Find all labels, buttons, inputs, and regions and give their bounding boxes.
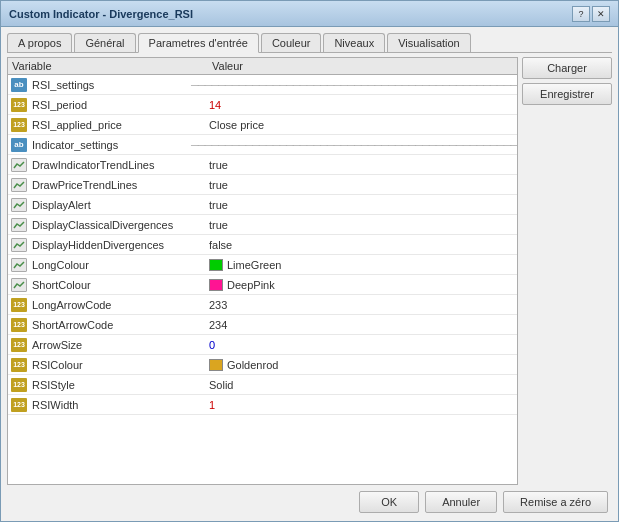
side-buttons: Charger Enregistrer	[522, 57, 612, 485]
row-variable-name: DisplayAlert	[30, 199, 205, 211]
row-variable-name: ArrowSize	[30, 339, 205, 351]
row-variable-name: DrawPriceTrendLines	[30, 179, 205, 191]
row-value: DeepPink	[205, 279, 517, 291]
table-row[interactable]: ShortColourDeepPink	[8, 275, 517, 295]
icon-rs: 123	[10, 117, 28, 133]
table-row[interactable]: DrawPriceTrendLinestrue	[8, 175, 517, 195]
color-label: DeepPink	[227, 279, 275, 291]
table-row[interactable]: 123RSI_applied_priceClose price	[8, 115, 517, 135]
bottom-bar: OK Annuler Remise a zéro	[7, 485, 612, 515]
row-value: 1	[205, 399, 517, 411]
tab-couleur[interactable]: Couleur	[261, 33, 322, 52]
table-row[interactable]: LongColourLimeGreen	[8, 255, 517, 275]
table-row[interactable]: abIndicator_settings────────────────────…	[8, 135, 517, 155]
row-variable-name: LongArrowCode	[30, 299, 205, 311]
color-swatch	[209, 259, 223, 271]
row-variable-name: DisplayHiddenDivergences	[30, 239, 205, 251]
title-bar: Custom Indicator - Divergence_RSI ? ✕	[1, 1, 618, 27]
icon-chart	[10, 257, 28, 273]
icon-chart	[10, 217, 28, 233]
color-label: LimeGreen	[227, 259, 281, 271]
row-value: 234	[205, 319, 517, 331]
table-row[interactable]: DisplayHiddenDivergencesfalse	[8, 235, 517, 255]
main-window: Custom Indicator - Divergence_RSI ? ✕ A …	[0, 0, 619, 522]
window-title: Custom Indicator - Divergence_RSI	[9, 8, 193, 20]
row-value: true	[205, 159, 517, 171]
icon-rs: 123	[10, 377, 28, 393]
tab-params[interactable]: Parametres d'entrée	[138, 33, 259, 53]
icon-rs: 123	[10, 397, 28, 413]
row-value: ────────────────────────────────────────…	[187, 139, 517, 151]
tab-niveaux[interactable]: Niveaux	[323, 33, 385, 52]
table-row[interactable]: DrawIndicatorTrendLinestrue	[8, 155, 517, 175]
row-value: true	[205, 199, 517, 211]
window-controls: ? ✕	[572, 6, 610, 22]
close-button[interactable]: ✕	[592, 6, 610, 22]
color-label: Goldenrod	[227, 359, 278, 371]
row-variable-name: RSI_settings	[30, 79, 187, 91]
row-variable-name: LongColour	[30, 259, 205, 271]
row-variable-name: ShortColour	[30, 279, 205, 291]
help-button[interactable]: ?	[572, 6, 590, 22]
row-variable-name: RSIWidth	[30, 399, 205, 411]
icon-rs: 123	[10, 297, 28, 313]
table-row[interactable]: DisplayAlerttrue	[8, 195, 517, 215]
table-row[interactable]: 123RSI_period14	[8, 95, 517, 115]
tab-apropos[interactable]: A propos	[7, 33, 72, 52]
enregistrer-button[interactable]: Enregistrer	[522, 83, 612, 105]
tab-general[interactable]: Général	[74, 33, 135, 52]
row-value: true	[205, 179, 517, 191]
row-value: 14	[205, 99, 517, 111]
row-variable-name: RSI_period	[30, 99, 205, 111]
row-variable-name: RSIStyle	[30, 379, 205, 391]
icon-ab: ab	[10, 77, 28, 93]
icon-rs: 123	[10, 317, 28, 333]
table-body: abRSI_settings──────────────────────────…	[8, 75, 517, 415]
annuler-button[interactable]: Annuler	[425, 491, 497, 513]
icon-rs: 123	[10, 357, 28, 373]
row-value: Goldenrod	[205, 359, 517, 371]
row-variable-name: DisplayClassicalDivergences	[30, 219, 205, 231]
col-variable: Variable	[12, 60, 212, 72]
table-row[interactable]: DisplayClassicalDivergencestrue	[8, 215, 517, 235]
row-variable-name: RSIColour	[30, 359, 205, 371]
tab-visualisation[interactable]: Visualisation	[387, 33, 471, 52]
table-row[interactable]: 123RSIColourGoldenrod	[8, 355, 517, 375]
table-row[interactable]: abRSI_settings──────────────────────────…	[8, 75, 517, 95]
row-variable-name: RSI_applied_price	[30, 119, 205, 131]
table-row[interactable]: 123RSIStyleSolid	[8, 375, 517, 395]
row-value: false	[205, 239, 517, 251]
col-valeur: Valeur	[212, 60, 513, 72]
table-header: Variable Valeur	[8, 58, 517, 75]
charger-button[interactable]: Charger	[522, 57, 612, 79]
icon-chart	[10, 237, 28, 253]
row-variable-name: Indicator_settings	[30, 139, 187, 151]
remise-button[interactable]: Remise a zéro	[503, 491, 608, 513]
row-variable-name: ShortArrowCode	[30, 319, 205, 331]
icon-rs: 123	[10, 337, 28, 353]
icon-chart	[10, 177, 28, 193]
ok-button[interactable]: OK	[359, 491, 419, 513]
row-value: Solid	[205, 379, 517, 391]
row-value: true	[205, 219, 517, 231]
table-row[interactable]: 123LongArrowCode233	[8, 295, 517, 315]
table-row[interactable]: 123ArrowSize0	[8, 335, 517, 355]
row-value: LimeGreen	[205, 259, 517, 271]
icon-rs: 123	[10, 97, 28, 113]
row-value: Close price	[205, 119, 517, 131]
table-row[interactable]: 123ShortArrowCode234	[8, 315, 517, 335]
icon-ab: ab	[10, 137, 28, 153]
params-table: Variable Valeur abRSI_settings──────────…	[7, 57, 518, 485]
icon-chart	[10, 157, 28, 173]
row-variable-name: DrawIndicatorTrendLines	[30, 159, 205, 171]
color-swatch	[209, 359, 223, 371]
table-row[interactable]: 123RSIWidth1	[8, 395, 517, 415]
row-value: 233	[205, 299, 517, 311]
icon-chart	[10, 197, 28, 213]
content-area: A proposGénéralParametres d'entréeCouleu…	[1, 27, 618, 521]
tab-bar: A proposGénéralParametres d'entréeCouleu…	[7, 33, 612, 53]
row-value: 0	[205, 339, 517, 351]
icon-chart	[10, 277, 28, 293]
main-content: Variable Valeur abRSI_settings──────────…	[7, 57, 612, 485]
row-value: ────────────────────────────────────────…	[187, 79, 517, 91]
